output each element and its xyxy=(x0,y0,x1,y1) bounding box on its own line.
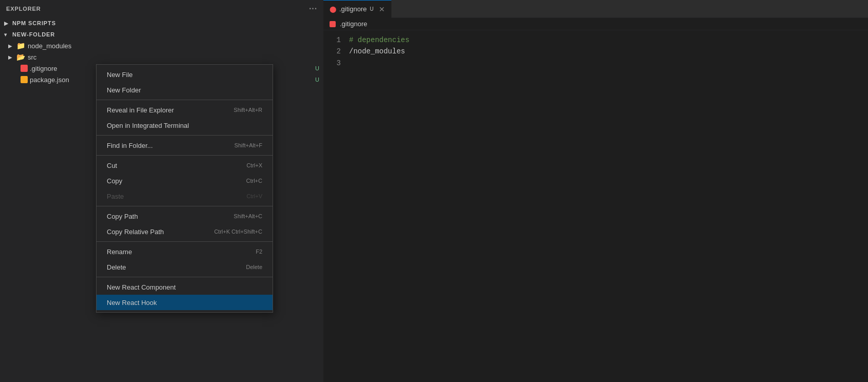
menu-new-file[interactable]: New File xyxy=(97,67,273,82)
package-json-file-icon xyxy=(21,76,28,83)
folder-arrow-icon: ▾ xyxy=(4,32,12,37)
tab-gitignore-modified: U xyxy=(370,6,373,12)
menu-copy-path-label: Copy Path xyxy=(107,213,138,220)
menu-rename-shortcut: F2 xyxy=(256,249,262,255)
menu-delete-shortcut: Delete xyxy=(246,264,262,270)
line-number-3: 3 xyxy=(332,58,341,69)
more-actions-icon[interactable]: ··· xyxy=(309,4,317,13)
editor-content: 1 2 3 # dependencies /node_modules xyxy=(323,30,868,382)
npm-arrow-icon: ▶ xyxy=(4,21,12,26)
tab-gitignore[interactable]: ⬤ .gitignore U ✕ xyxy=(323,0,392,18)
menu-new-react-hook-label: New React Hook xyxy=(107,299,157,307)
sidebar: EXPLORER ··· ▶ NPM SCRIPTS ▾ NEW-FOLDER … xyxy=(0,0,323,382)
line-number-2: 2 xyxy=(332,46,341,57)
menu-paste-label: Paste xyxy=(107,193,124,200)
menu-delete[interactable]: Delete Delete xyxy=(97,259,273,275)
menu-paste-shortcut: Ctrl+V xyxy=(246,193,262,199)
src-folder-icon: 📂 xyxy=(16,53,26,61)
npm-scripts-section[interactable]: ▶ NPM SCRIPTS xyxy=(0,17,323,29)
menu-reveal-explorer-shortcut: Shift+Alt+R xyxy=(234,107,262,113)
src-arrow-icon: ▶ xyxy=(8,54,16,60)
menu-copy-path-shortcut: Shift+Alt+C xyxy=(234,213,262,219)
gitignore-badge: U xyxy=(315,65,319,71)
menu-copy-relative-path-label: Copy Relative Path xyxy=(107,228,164,236)
editor-area: ⬤ .gitignore U ✕ .gitignore 1 2 3 # depe… xyxy=(323,0,868,382)
tab-bar: ⬤ .gitignore U ✕ xyxy=(323,0,868,18)
separator-4 xyxy=(97,206,273,206)
node-modules-label: node_modules xyxy=(28,42,323,50)
menu-find-folder[interactable]: Find in Folder... Shift+Alt+F xyxy=(97,138,273,153)
menu-find-folder-shortcut: Shift+Alt+F xyxy=(235,142,262,148)
npm-scripts-label: NPM SCRIPTS xyxy=(12,20,56,26)
menu-copy-label: Copy xyxy=(107,177,122,185)
line-numbers: 1 2 3 xyxy=(323,30,349,382)
code-path-text: /node_modules xyxy=(349,47,405,55)
separator-5 xyxy=(97,241,273,242)
code-line-3 xyxy=(349,58,868,69)
separator-1 xyxy=(97,100,273,100)
menu-open-terminal-label: Open in Integrated Terminal xyxy=(107,122,189,129)
menu-reveal-explorer-label: Reveal in File Explorer xyxy=(107,106,174,114)
editor-breadcrumb: .gitignore xyxy=(323,18,868,30)
gitignore-file-icon xyxy=(21,65,28,72)
context-menu: New File New Folder Reveal in File Explo… xyxy=(96,64,273,313)
menu-new-react-hook[interactable]: New React Hook xyxy=(97,295,273,310)
node-modules-arrow-icon: ▶ xyxy=(8,43,16,49)
separator-3 xyxy=(97,155,273,156)
breadcrumb-icon xyxy=(330,21,336,27)
menu-new-folder-label: New Folder xyxy=(107,86,141,94)
menu-paste[interactable]: Paste Ctrl+V xyxy=(97,188,273,204)
package-json-badge: U xyxy=(315,77,319,83)
menu-cut-label: Cut xyxy=(107,162,117,169)
code-line-1: # dependencies xyxy=(349,34,868,46)
node-modules-folder-icon: 📁 xyxy=(16,42,26,50)
menu-find-folder-label: Find in Folder... xyxy=(107,142,153,149)
menu-copy[interactable]: Copy Ctrl+C xyxy=(97,173,273,188)
code-line-2: /node_modules xyxy=(349,46,868,57)
separator-2 xyxy=(97,135,273,136)
tab-gitignore-icon: ⬤ xyxy=(330,6,336,13)
menu-new-react-component[interactable]: New React Component xyxy=(97,279,273,295)
menu-copy-path[interactable]: Copy Path Shift+Alt+C xyxy=(97,208,273,224)
menu-delete-label: Delete xyxy=(107,263,126,271)
menu-rename[interactable]: Rename F2 xyxy=(97,244,273,259)
menu-new-file-label: New File xyxy=(107,71,133,79)
code-comment-text: # dependencies xyxy=(349,36,410,44)
tab-gitignore-label: .gitignore xyxy=(339,5,367,13)
menu-copy-relative-path-shortcut: Ctrl+K Ctrl+Shift+C xyxy=(214,228,262,235)
new-folder-label: NEW-FOLDER xyxy=(12,31,55,37)
menu-cut[interactable]: Cut Ctrl+X xyxy=(97,158,273,173)
breadcrumb-filename: .gitignore xyxy=(340,20,367,28)
tab-close-button[interactable]: ✕ xyxy=(379,5,385,13)
menu-new-react-component-label: New React Component xyxy=(107,283,176,291)
menu-rename-label: Rename xyxy=(107,248,132,256)
code-content[interactable]: # dependencies /node_modules xyxy=(349,30,868,382)
node-modules-item[interactable]: ▶ 📁 node_modules xyxy=(0,40,323,51)
explorer-title: EXPLORER xyxy=(6,6,41,12)
src-label: src xyxy=(28,53,323,61)
src-item[interactable]: ▶ 📂 src xyxy=(0,51,323,63)
explorer-header: EXPLORER ··· xyxy=(0,0,323,17)
line-number-1: 1 xyxy=(332,34,341,46)
menu-new-folder[interactable]: New Folder xyxy=(97,82,273,98)
separator-6 xyxy=(97,277,273,277)
menu-open-terminal[interactable]: Open in Integrated Terminal xyxy=(97,118,273,133)
menu-copy-relative-path[interactable]: Copy Relative Path Ctrl+K Ctrl+Shift+C xyxy=(97,224,273,239)
menu-cut-shortcut: Ctrl+X xyxy=(246,162,262,168)
new-folder-section[interactable]: ▾ NEW-FOLDER xyxy=(0,29,323,40)
menu-reveal-explorer[interactable]: Reveal in File Explorer Shift+Alt+R xyxy=(97,102,273,118)
menu-copy-shortcut: Ctrl+C xyxy=(246,178,262,184)
